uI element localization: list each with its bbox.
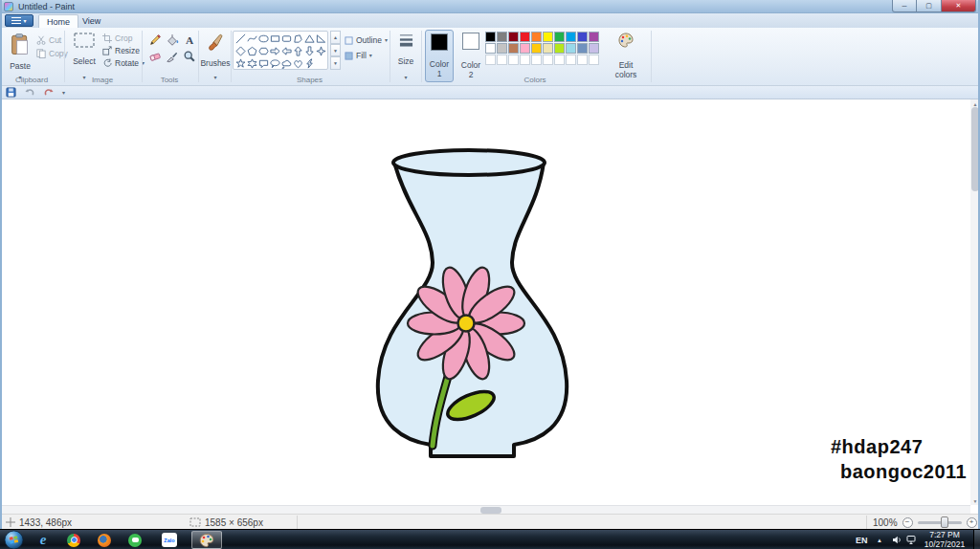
taskbar-paint-button[interactable] xyxy=(191,531,222,549)
shape-heart[interactable] xyxy=(292,57,303,70)
vertical-scroll-thumb[interactable] xyxy=(971,107,979,191)
taskbar-internet-explorer-button[interactable]: e xyxy=(29,531,57,549)
palette-color-swatch[interactable] xyxy=(589,43,599,54)
tool-fill-with-color[interactable] xyxy=(164,33,180,48)
shape-arrow-down[interactable] xyxy=(303,45,315,57)
palette-color-swatch[interactable] xyxy=(520,32,530,42)
scroll-down-arrow-icon[interactable]: ▼ xyxy=(970,496,980,505)
vertical-scrollbar[interactable]: ▲ ▼ xyxy=(970,99,980,505)
shape-line[interactable] xyxy=(234,33,246,45)
palette-color-swatch[interactable] xyxy=(543,43,553,54)
shape-pentagon[interactable] xyxy=(246,45,257,57)
shapes-scroll-up-button[interactable]: ▲ xyxy=(330,31,341,44)
show-hidden-icons-button[interactable]: ▲ xyxy=(877,530,882,549)
undo-button[interactable] xyxy=(24,87,35,98)
palette-empty-swatch[interactable] xyxy=(566,55,576,65)
palette-empty-swatch[interactable] xyxy=(531,55,542,65)
taskbar-firefox-button[interactable] xyxy=(90,531,119,549)
start-button[interactable] xyxy=(4,530,24,549)
shape-fill-dropdown[interactable]: Fill ▾ xyxy=(345,50,372,61)
palette-color-swatch[interactable] xyxy=(485,32,496,42)
close-button[interactable]: ✕ xyxy=(942,0,976,12)
shape-outline-dropdown[interactable]: Outline ▾ xyxy=(345,34,388,46)
palette-empty-swatch[interactable] xyxy=(543,55,553,65)
palette-color-swatch[interactable] xyxy=(531,43,542,54)
save-button[interactable] xyxy=(6,87,16,98)
palette-color-swatch[interactable] xyxy=(577,32,588,42)
shape-polygon[interactable] xyxy=(292,33,303,45)
shape-four-point-star[interactable] xyxy=(315,45,326,57)
palette-color-swatch[interactable] xyxy=(508,32,519,42)
shape-rectangular-callout[interactable] xyxy=(257,57,269,70)
rotate-button[interactable]: Rotate ▾ xyxy=(102,57,145,69)
shapes-gallery-expand-button[interactable]: ▼ xyxy=(330,56,341,70)
brushes-button[interactable]: Brushes ▾ xyxy=(201,30,230,82)
shape-rounded-rectangle[interactable] xyxy=(280,33,292,45)
file-menu-button[interactable]: ▾ xyxy=(5,14,33,27)
palette-empty-swatch[interactable] xyxy=(497,55,507,65)
color2-button[interactable]: Color 2 xyxy=(457,30,485,82)
palette-color-swatch[interactable] xyxy=(577,43,588,54)
palette-empty-swatch[interactable] xyxy=(520,55,530,65)
palette-color-swatch[interactable] xyxy=(508,43,519,54)
tool-pencil[interactable] xyxy=(146,33,163,48)
size-button[interactable]: Size ▾ xyxy=(392,30,419,82)
shape-arrow-left[interactable] xyxy=(280,45,292,57)
tab-view[interactable]: View xyxy=(75,14,108,28)
palette-color-swatch[interactable] xyxy=(497,43,507,54)
cut-button[interactable]: Cut xyxy=(36,34,61,46)
shapes-scroll-down-button[interactable]: ▼ xyxy=(330,44,341,57)
palette-color-swatch[interactable] xyxy=(543,32,553,42)
shape-right-triangle[interactable] xyxy=(315,33,326,45)
shape-diamond[interactable] xyxy=(234,45,246,57)
select-button[interactable]: Select ▾ xyxy=(69,30,100,82)
palette-empty-swatch[interactable] xyxy=(589,55,599,65)
palette-empty-swatch[interactable] xyxy=(577,55,588,65)
edit-colors-button[interactable]: Edit colors xyxy=(607,30,645,82)
shape-arrow-up[interactable] xyxy=(292,45,303,57)
palette-color-swatch[interactable] xyxy=(497,32,507,42)
redo-button[interactable] xyxy=(43,87,55,98)
shape-six-point-star[interactable] xyxy=(246,57,257,70)
shape-oval-callout[interactable] xyxy=(269,57,280,70)
palette-color-swatch[interactable] xyxy=(589,32,599,42)
minimize-button[interactable]: ─ xyxy=(892,0,917,12)
zoom-in-button[interactable]: + xyxy=(967,517,977,528)
tray-volume-button[interactable] xyxy=(892,530,902,549)
tool-eraser[interactable] xyxy=(146,49,163,64)
tool-magnifier[interactable] xyxy=(181,49,197,64)
horizontal-scrollbar[interactable] xyxy=(0,505,970,514)
zoom-slider-thumb[interactable] xyxy=(941,516,948,528)
taskbar-zalo-button[interactable]: Zalo xyxy=(153,531,186,549)
palette-color-swatch[interactable] xyxy=(485,43,496,54)
paste-button[interactable]: Paste ▾ xyxy=(6,30,34,82)
language-indicator[interactable]: EN xyxy=(856,530,868,549)
shape-arrow-right[interactable] xyxy=(269,45,280,57)
show-desktop-button[interactable] xyxy=(973,530,980,549)
palette-color-swatch[interactable] xyxy=(554,43,565,54)
tray-network-button[interactable] xyxy=(906,530,917,549)
shape-cloud-callout[interactable] xyxy=(280,57,292,70)
color1-button[interactable]: Color 1 xyxy=(425,30,454,82)
palette-color-swatch[interactable] xyxy=(554,32,565,42)
qat-customize-button[interactable]: ▾ xyxy=(62,90,65,96)
shape-oval[interactable] xyxy=(257,33,269,45)
crop-button[interactable]: Crop xyxy=(102,33,132,44)
shape-hexagon[interactable] xyxy=(257,45,269,57)
copy-button[interactable]: Copy xyxy=(36,48,68,59)
palette-color-swatch[interactable] xyxy=(531,32,542,42)
shape-lightning[interactable] xyxy=(303,57,315,70)
shape-rectangle[interactable] xyxy=(269,33,280,45)
drawing-canvas[interactable]: #hdap247 baongoc2011 xyxy=(0,99,970,505)
tab-home[interactable]: Home xyxy=(38,14,78,28)
palette-color-swatch[interactable] xyxy=(566,32,576,42)
horizontal-scroll-thumb[interactable] xyxy=(480,507,501,514)
zoom-out-button[interactable]: − xyxy=(902,517,913,528)
palette-empty-swatch[interactable] xyxy=(508,55,519,65)
zoom-slider[interactable] xyxy=(918,521,962,524)
taskbar-chat-app-button[interactable] xyxy=(121,531,149,549)
tool-text[interactable]: A xyxy=(181,33,197,48)
shape-five-point-star[interactable] xyxy=(234,57,246,70)
palette-empty-swatch[interactable] xyxy=(554,55,565,65)
shape-triangle[interactable] xyxy=(303,33,315,45)
